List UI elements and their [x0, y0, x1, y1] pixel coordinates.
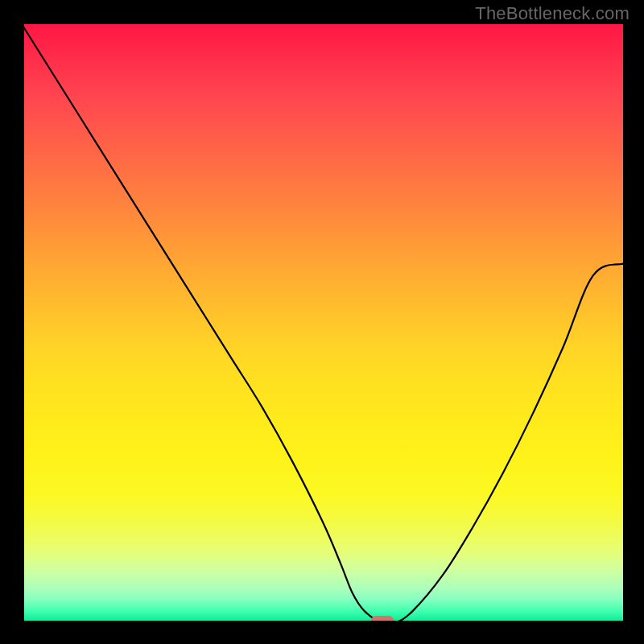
minimum-marker — [371, 616, 394, 623]
plot-area — [22, 24, 623, 623]
chart-container: TheBottleneck.com — [0, 0, 644, 644]
bottleneck-curve — [22, 24, 623, 623]
watermark-text: TheBottleneck.com — [475, 3, 630, 24]
